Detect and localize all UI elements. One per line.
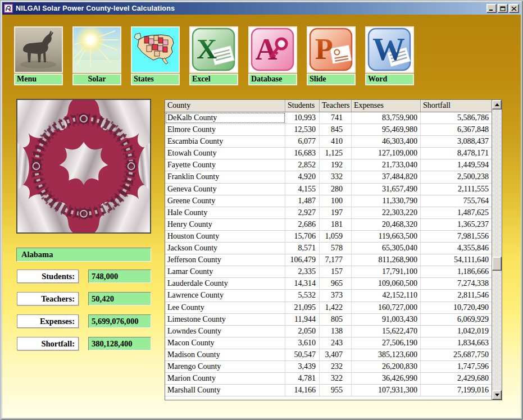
cell-county[interactable]: Lauderdale County <box>165 278 285 289</box>
cell-expenses[interactable]: 95,469,980 <box>352 124 421 135</box>
cell-expenses[interactable]: 42,152,110 <box>352 290 421 301</box>
cell-shortfall[interactable]: 755,764 <box>421 195 492 207</box>
cell-teachers[interactable]: 578 <box>320 243 352 254</box>
cell-students[interactable]: 3,610 <box>285 337 320 349</box>
cell-county[interactable]: Madison County <box>165 349 285 360</box>
cell-shortfall[interactable]: 1,834,663 <box>421 337 492 349</box>
cell-expenses[interactable]: 811,268,900 <box>352 254 421 266</box>
table-row[interactable]: Lee County21,0951,422160,727,00010,720,4… <box>165 302 492 314</box>
shortfall-value[interactable]: 380,128,400 <box>88 337 151 350</box>
cell-expenses[interactable]: 15,622,470 <box>352 326 421 337</box>
cell-expenses[interactable]: 91,003,430 <box>352 314 421 325</box>
cell-county[interactable]: Etowah County <box>165 148 285 159</box>
toolbar-button-menu[interactable]: Menu <box>14 26 63 85</box>
table-row[interactable]: Houston County15,7061,059119,663,5007,98… <box>165 231 492 243</box>
cell-county[interactable]: Jackson County <box>165 243 285 254</box>
toolbar-button-states[interactable]: States <box>131 26 180 85</box>
table-row[interactable]: Etowah County16,6831,125127,109,0008,478… <box>165 148 492 159</box>
cell-expenses[interactable]: 385,123,600 <box>352 349 421 360</box>
cell-teachers[interactable]: 157 <box>320 266 352 277</box>
teachers-value[interactable]: 50,420 <box>88 292 151 305</box>
column-header-county[interactable]: County <box>165 100 285 112</box>
students-value[interactable]: 748,000 <box>88 270 151 283</box>
cell-students[interactable]: 21,095 <box>285 302 320 313</box>
cell-shortfall[interactable]: 10,720,490 <box>421 302 492 313</box>
table-row[interactable]: Lawrence County5,53237342,152,1102,811,5… <box>165 290 492 302</box>
cell-teachers[interactable]: 192 <box>320 159 352 171</box>
cell-teachers[interactable]: 138 <box>320 326 352 337</box>
cell-students[interactable]: 4,155 <box>285 184 320 195</box>
table-row[interactable]: Fayette County2,85219221,733,0401,449,59… <box>165 159 492 171</box>
cell-teachers[interactable]: 197 <box>320 207 352 218</box>
cell-county[interactable]: Fayette County <box>165 159 285 171</box>
cell-teachers[interactable]: 232 <box>320 361 352 372</box>
table-row[interactable]: Escambia County6,07741046,303,4003,088,4… <box>165 136 492 148</box>
cell-teachers[interactable]: 7,177 <box>320 254 352 266</box>
toolbar-button-word[interactable]: W Word <box>365 26 414 85</box>
cell-students[interactable]: 4,781 <box>285 373 320 384</box>
cell-county[interactable]: Greene County <box>165 195 285 207</box>
cell-students[interactable]: 50,547 <box>285 349 320 360</box>
cell-expenses[interactable]: 109,060,500 <box>352 278 421 289</box>
cell-shortfall[interactable]: 1,365,237 <box>421 219 492 230</box>
cell-teachers[interactable]: 741 <box>320 112 352 124</box>
cell-teachers[interactable]: 1,059 <box>320 231 352 242</box>
table-row[interactable]: Lamar County2,33515717,791,1001,186,666 <box>165 266 492 278</box>
cell-shortfall[interactable]: 1,042,019 <box>421 326 492 337</box>
cell-students[interactable]: 2,686 <box>285 219 320 230</box>
scroll-down-button[interactable] <box>492 390 502 400</box>
table-row[interactable]: Limestone County11,94480591,003,4306,069… <box>165 314 492 326</box>
cell-students[interactable]: 14,166 <box>285 385 320 396</box>
cell-county[interactable]: Jefferson County <box>165 254 285 266</box>
cell-teachers[interactable]: 280 <box>320 184 352 195</box>
column-header-teachers[interactable]: Teachers <box>320 100 352 112</box>
cell-students[interactable]: 10,993 <box>285 112 320 124</box>
table-row[interactable]: Jackson County8,57157865,305,0404,355,84… <box>165 243 492 254</box>
cell-expenses[interactable]: 37,484,820 <box>352 171 421 182</box>
cell-expenses[interactable]: 46,303,400 <box>352 136 421 147</box>
cell-shortfall[interactable]: 1,747,596 <box>421 361 492 372</box>
cell-teachers[interactable]: 955 <box>320 385 352 396</box>
cell-teachers[interactable]: 100 <box>320 195 352 207</box>
cell-expenses[interactable]: 31,657,490 <box>352 184 421 195</box>
column-header-expenses[interactable]: Expenses <box>352 100 421 112</box>
cell-students[interactable]: 14,314 <box>285 278 320 289</box>
cell-teachers[interactable]: 181 <box>320 219 352 230</box>
cell-county[interactable]: Hale County <box>165 207 285 218</box>
cell-shortfall[interactable]: 3,088,437 <box>421 136 492 147</box>
toolbar-button-excel[interactable]: X Excel <box>189 26 238 85</box>
cell-expenses[interactable]: 17,791,100 <box>352 266 421 277</box>
cell-county[interactable]: Marengo County <box>165 361 285 372</box>
table-row[interactable]: Hale County2,92719722,303,2201,487,625 <box>165 207 492 219</box>
cell-students[interactable]: 11,944 <box>285 314 320 325</box>
cell-teachers[interactable]: 243 <box>320 337 352 349</box>
cell-expenses[interactable]: 20,468,320 <box>352 219 421 230</box>
toolbar-button-database[interactable]: A Database <box>248 26 297 85</box>
cell-shortfall[interactable]: 6,069,929 <box>421 314 492 325</box>
cell-teachers[interactable]: 373 <box>320 290 352 301</box>
cell-expenses[interactable]: 21,733,040 <box>352 159 421 171</box>
cell-county[interactable]: Houston County <box>165 231 285 242</box>
cell-shortfall[interactable]: 1,487,625 <box>421 207 492 218</box>
minimize-button[interactable] <box>486 4 497 13</box>
cell-shortfall[interactable]: 4,355,846 <box>421 243 492 254</box>
cell-county[interactable]: Henry County <box>165 219 285 230</box>
cell-county[interactable]: Escambia County <box>165 136 285 147</box>
cell-teachers[interactable]: 1,422 <box>320 302 352 313</box>
cell-teachers[interactable]: 805 <box>320 314 352 325</box>
cell-students[interactable]: 5,532 <box>285 290 320 301</box>
expenses-value[interactable]: 5,699,076,000 <box>88 314 151 328</box>
cell-expenses[interactable]: 160,727,000 <box>352 302 421 313</box>
column-header-students[interactable]: Students <box>285 100 320 112</box>
cell-students[interactable]: 2,852 <box>285 159 320 171</box>
column-header-shortfall[interactable]: Shortfall <box>421 100 492 112</box>
cell-shortfall[interactable]: 6,367,848 <box>421 124 492 135</box>
cell-shortfall[interactable]: 2,111,555 <box>421 184 492 195</box>
cell-county[interactable]: Limestone County <box>165 314 285 325</box>
table-row[interactable]: Henry County2,68618120,468,3201,365,237 <box>165 219 492 231</box>
close-button[interactable] <box>509 4 519 13</box>
maximize-button[interactable] <box>498 4 508 13</box>
cell-students[interactable]: 6,077 <box>285 136 320 147</box>
cell-students[interactable]: 12,530 <box>285 124 320 135</box>
table-row[interactable]: Marengo County3,43923226,200,8301,747,59… <box>165 361 492 373</box>
